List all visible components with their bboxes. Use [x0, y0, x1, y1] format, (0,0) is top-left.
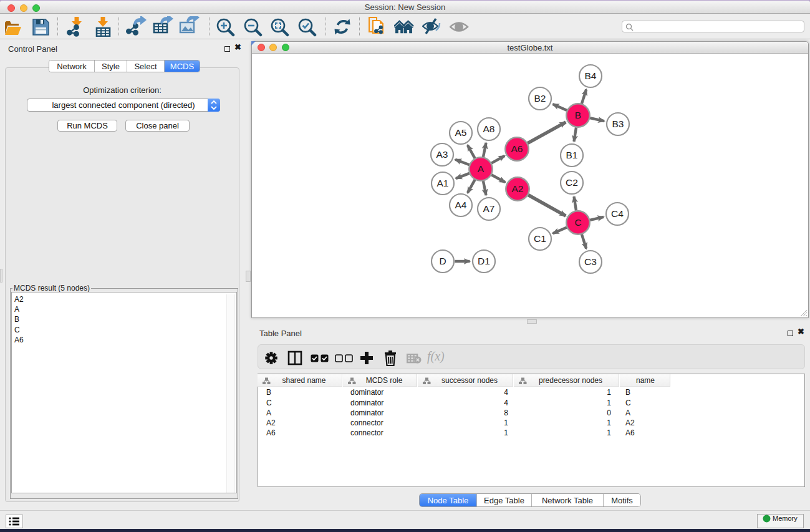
svg-text:B2: B2	[534, 93, 546, 104]
svg-text:C1: C1	[534, 233, 546, 244]
svg-text:B3: B3	[612, 118, 624, 129]
svg-text:A6: A6	[511, 143, 523, 154]
svg-text:A7: A7	[483, 203, 495, 214]
svg-text:C2: C2	[566, 177, 578, 188]
svg-text:C: C	[574, 217, 581, 228]
svg-text:B1: B1	[566, 150, 578, 160]
svg-text:A3: A3	[436, 149, 448, 160]
svg-text:A2: A2	[512, 183, 524, 194]
svg-text:A: A	[478, 163, 485, 174]
svg-text:C3: C3	[584, 256, 597, 267]
svg-text:A1: A1	[437, 178, 449, 188]
svg-text:B: B	[575, 110, 581, 120]
svg-text:A5: A5	[455, 127, 467, 138]
svg-text:A8: A8	[483, 123, 495, 134]
svg-text:D1: D1	[478, 256, 490, 266]
svg-text:A4: A4	[455, 200, 467, 210]
svg-text:B4: B4	[585, 70, 597, 81]
svg-text:D: D	[439, 256, 446, 266]
svg-text:C4: C4	[611, 208, 624, 219]
